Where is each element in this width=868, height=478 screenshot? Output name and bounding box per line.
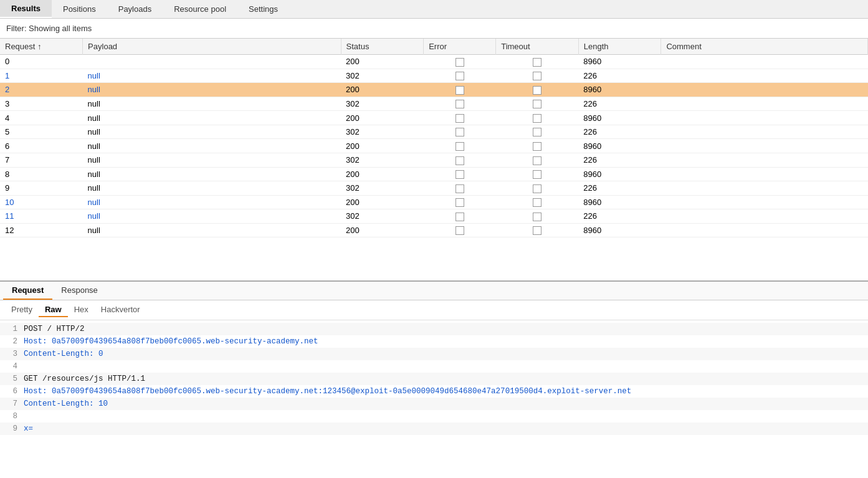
subtab-hackvertor[interactable]: Hackvertor [95,303,146,317]
cell-length: 8960 [578,111,661,125]
col-comment[interactable]: Comment [661,39,868,55]
cell-status: 302 [341,69,424,83]
cell-status: 200 [341,139,424,153]
code-line: 8 [0,410,868,423]
cell-request: 9 [0,181,83,196]
line-number: 6 [2,385,17,398]
tab-response[interactable]: Response [52,282,107,300]
cell-payload: null [83,167,341,181]
cell-request: 2 [0,83,83,97]
table-row[interactable]: 1null302226 [0,69,868,83]
code-line: 3Content-Length: 0 [0,348,868,360]
cell-status: 302 [341,181,424,196]
cell-error [424,125,496,139]
cell-length: 8960 [578,223,661,237]
bottom-panel: Request Response Pretty Raw Hex Hackvert… [0,282,868,475]
tab-payloads[interactable]: Payloads [107,0,163,18]
cell-payload: null [83,195,341,209]
code-line: 1POST / HTTP/2 [0,323,868,335]
tab-settings[interactable]: Settings [237,0,289,18]
cell-payload: null [83,97,341,111]
cell-status: 302 [341,209,424,224]
table-row[interactable]: 10null2008960 [0,195,868,209]
code-line: 6Host: 0a57009f0439654a808f7beb00fc0065.… [0,385,868,398]
tab-positions[interactable]: Positions [52,0,107,18]
cell-request: 3 [0,97,83,111]
col-timeout[interactable]: Timeout [496,39,579,55]
line-number: 8 [2,410,17,423]
cell-length: 226 [578,153,661,167]
subtab-hex[interactable]: Hex [68,303,95,317]
cell-length: 226 [578,125,661,139]
table-row[interactable]: 9null302226 [0,181,868,196]
cell-error [424,167,496,181]
cell-timeout [496,97,579,111]
table-row[interactable]: 2null2008960 [0,83,868,97]
code-line: 5GET /resources/js HTTP/1.1 [0,373,868,385]
cell-length: 8960 [578,195,661,209]
table-row[interactable]: 12null2008960 [0,223,868,237]
line-number: 4 [2,360,17,373]
cell-timeout [496,209,579,224]
col-length[interactable]: Length [578,39,661,55]
cell-error [424,223,496,237]
col-payload[interactable]: Payload [83,39,341,55]
cell-error [424,111,496,125]
cell-error [424,195,496,209]
col-error[interactable]: Error [424,39,496,55]
table-row[interactable]: 5null302226 [0,125,868,139]
cell-comment [661,223,868,237]
cell-error [424,139,496,153]
col-request[interactable]: Request ↑ [0,39,83,55]
table-row[interactable]: 02008960 [0,55,868,69]
cell-request: 7 [0,153,83,167]
cell-timeout [496,83,579,97]
cell-comment [661,181,868,196]
cell-request: 12 [0,223,83,237]
line-content: Content-Length: 0 [24,348,103,360]
cell-payload [83,55,341,69]
cell-comment [661,97,868,111]
cell-timeout [496,55,579,69]
cell-payload: null [83,69,341,83]
cell-timeout [496,139,579,153]
subtab-pretty[interactable]: Pretty [5,303,39,317]
line-content: Host: 0a57009f0439654a808f7beb00fc0065.w… [24,335,318,348]
table-row[interactable]: 11null302226 [0,209,868,224]
table-row[interactable]: 6null2008960 [0,139,868,153]
code-line: 2Host: 0a57009f0439654a808f7beb00fc0065.… [0,335,868,348]
cell-request: 5 [0,125,83,139]
table-row[interactable]: 7null302226 [0,153,868,167]
cell-comment [661,195,868,209]
tab-request[interactable]: Request [3,282,52,300]
cell-timeout [496,69,579,83]
table-row[interactable]: 3null302226 [0,97,868,111]
code-line: 9x= [0,423,868,435]
tab-resource-pool[interactable]: Resource pool [163,0,237,18]
cell-status: 200 [341,167,424,181]
cell-error [424,55,496,69]
table-row[interactable]: 8null2008960 [0,167,868,181]
cell-comment [661,125,868,139]
cell-timeout [496,125,579,139]
tab-results[interactable]: Results [0,0,52,18]
col-status[interactable]: Status [341,39,424,55]
cell-comment [661,55,868,69]
cell-payload: null [83,111,341,125]
filter-bar: Filter: Showing all items [0,19,868,39]
line-content: Content-Length: 10 [24,398,108,410]
results-table: Request ↑ Payload Status Error Timeout L… [0,39,868,237]
cell-status: 302 [341,125,424,139]
line-number: 1 [2,323,17,335]
cell-payload: null [83,181,341,196]
cell-length: 8960 [578,55,661,69]
bottom-panel-tabs: Request Response [0,282,868,300]
code-line: 7Content-Length: 10 [0,398,868,410]
cell-error [424,209,496,224]
table-row[interactable]: 4null2008960 [0,111,868,125]
cell-payload: null [83,83,341,97]
cell-comment [661,209,868,224]
cell-length: 226 [578,181,661,196]
line-content: GET /resources/js HTTP/1.1 [24,373,145,385]
subtab-raw[interactable]: Raw [39,303,68,317]
